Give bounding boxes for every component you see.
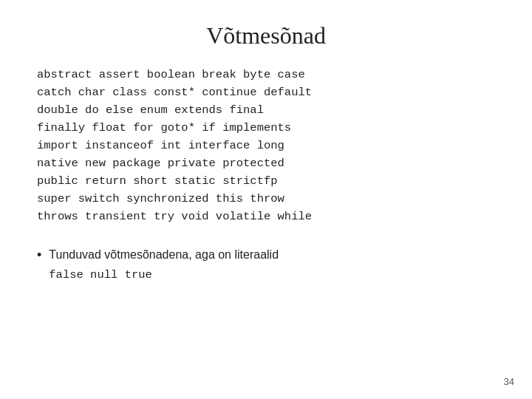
- keywords-line-3: double do else enum extends final: [37, 103, 264, 117]
- bullet-text-wrapper: Tunduvad võtmesõnadena, aga on literaali…: [49, 246, 279, 284]
- bullet-dot: •: [37, 246, 41, 265]
- keywords-line-1: abstract assert boolean break byte case: [37, 68, 305, 81]
- bullet-section: • Tunduvad võtmesõnadena, aga on literaa…: [37, 246, 495, 288]
- keywords-line-5: import instanceof int interface long: [37, 139, 284, 152]
- bullet-code: false null true: [49, 267, 279, 284]
- keywords-line-7: public return short static strictfp: [37, 174, 278, 188]
- keywords-line-9: throws transient try void volatile while: [37, 210, 312, 223]
- keywords-line-6: native new package private protected: [37, 157, 284, 170]
- keywords-line-4: finally float for goto* if implements: [37, 121, 291, 134]
- keywords-line-8: super switch synchronized this throw: [37, 192, 284, 205]
- slide-number: 34: [504, 376, 514, 387]
- keywords-block: abstract assert boolean break byte case …: [37, 66, 495, 225]
- keywords-line-2: catch char class const* continue default: [37, 86, 312, 99]
- bullet-main-text: Tunduvad võtmesõnadena, aga on literaali…: [49, 248, 279, 261]
- slide-container: Võtmesõnad abstract assert boolean break…: [0, 0, 532, 399]
- slide-title: Võtmesõnad: [37, 22, 495, 50]
- bullet-item: • Tunduvad võtmesõnadena, aga on literaa…: [37, 246, 495, 284]
